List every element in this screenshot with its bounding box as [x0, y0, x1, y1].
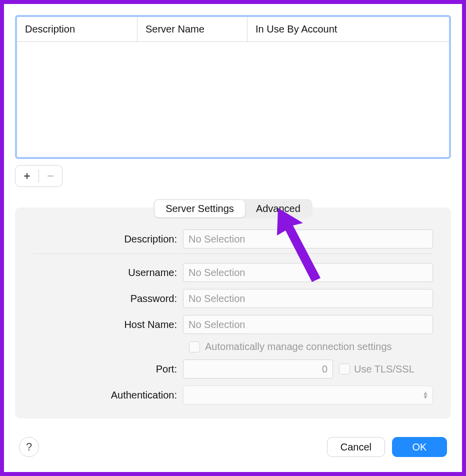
username-field[interactable]: [183, 263, 433, 282]
column-header-in-use-by-account[interactable]: In Use By Account: [247, 17, 449, 42]
window-frame: Description Server Name In Use By Accoun…: [0, 0, 466, 476]
auto-manage-row: Automatically manage connection settings: [189, 341, 433, 352]
server-list-table[interactable]: Description Server Name In Use By Accoun…: [15, 15, 451, 159]
ok-button[interactable]: OK: [392, 437, 447, 457]
table-body-empty: [17, 42, 449, 157]
tls-checkbox[interactable]: [339, 364, 350, 374]
cancel-button[interactable]: Cancel: [327, 437, 385, 457]
label-password: Password:: [33, 293, 183, 304]
add-server-button[interactable]: +: [16, 166, 38, 186]
label-port: Port:: [33, 364, 183, 375]
password-field[interactable]: [183, 289, 433, 308]
auto-manage-label: Automatically manage connection settings: [205, 341, 392, 352]
divider: [33, 254, 433, 254]
label-authentication: Authentication:: [33, 390, 183, 401]
auto-manage-checkbox[interactable]: [189, 342, 200, 352]
tls-label: Use TLS/SSL: [354, 364, 414, 375]
hostname-field[interactable]: [183, 315, 433, 334]
footer-bar: ? Cancel OK: [19, 437, 447, 457]
tab-advanced[interactable]: Advanced: [245, 200, 312, 218]
tab-server-settings[interactable]: Server Settings: [154, 200, 245, 218]
label-hostname: Host Name:: [33, 319, 183, 330]
help-button[interactable]: ?: [19, 437, 39, 457]
column-header-description[interactable]: Description: [17, 17, 137, 42]
table-header-row: Description Server Name In Use By Accoun…: [17, 17, 449, 42]
select-stepper-icon: ▲▼: [422, 391, 428, 399]
authentication-select[interactable]: ▲▼: [183, 386, 433, 404]
label-username: Username:: [33, 267, 183, 278]
label-description: Description:: [33, 234, 183, 245]
remove-server-button[interactable]: −: [39, 166, 62, 186]
tab-bar: Server Settings Advanced: [15, 199, 451, 218]
description-field[interactable]: [183, 230, 433, 248]
column-header-server-name[interactable]: Server Name: [137, 17, 247, 42]
port-field[interactable]: [183, 360, 333, 378]
add-remove-control: + −: [15, 165, 62, 187]
tab-segmented-control: Server Settings Advanced: [154, 199, 312, 218]
server-settings-panel: Description: Username: Password: Host Na…: [15, 208, 451, 418]
